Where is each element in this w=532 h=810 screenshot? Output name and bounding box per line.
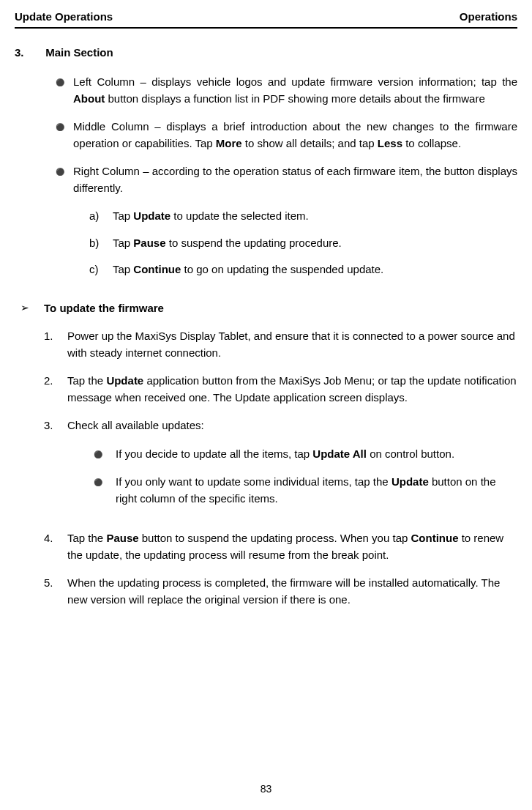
nested-content: If you decide to update all the items, t…	[116, 446, 517, 463]
text: If you only want to update some individu…	[116, 475, 391, 488]
bold-text: Update	[106, 374, 143, 387]
bullet-content: Left Column – displays vehicle logos and…	[73, 74, 517, 107]
step-item: 1. Power up the MaxiSys Display Tablet, …	[44, 328, 517, 361]
nested-bullet-item: ⚫ If you only want to update some indivi…	[94, 474, 517, 507]
step-content: Power up the MaxiSys Display Tablet, and…	[67, 328, 517, 361]
arrow-label: To update the firmware	[44, 300, 164, 317]
step-item: 2. Tap the Update application button fro…	[44, 373, 517, 406]
text: to update the selected item.	[171, 209, 308, 222]
page-header: Update Operations Operations	[15, 9, 517, 29]
text: Check all available updates:	[67, 419, 204, 431]
step-item: 5. When the updating process is complete…	[44, 575, 517, 608]
section-number: 3.	[15, 45, 42, 62]
bullet-content: Right Column – according to the operatio…	[73, 163, 517, 289]
sub-ordered-list: a) Tap Update to update the selected ite…	[89, 208, 517, 278]
bold-text: About	[73, 92, 105, 105]
step-number: 4.	[44, 530, 67, 563]
bold-text: Update All	[312, 447, 367, 460]
bold-text: Pause	[106, 532, 138, 544]
step-item: 3. Check all available updates: ⚫ If you…	[44, 417, 517, 519]
disc-bullet-icon: ⚫	[56, 74, 73, 107]
ordered-marker: a)	[89, 208, 113, 225]
sub-ordered-item: b) Tap Pause to suspend the updating pro…	[89, 235, 517, 252]
sub-ordered-item: a) Tap Update to update the selected ite…	[89, 208, 517, 225]
disc-bullet-icon: ⚫	[56, 119, 73, 152]
ordered-marker: c)	[89, 261, 113, 278]
step-content: When the updating process is completed, …	[67, 575, 517, 608]
bullet-item: ⚫ Middle Column – displays a brief intro…	[56, 119, 517, 152]
disc-bullet-icon: ⚫	[56, 163, 73, 289]
text: on control button.	[367, 447, 454, 460]
step-number: 2.	[44, 373, 67, 406]
sub-content: Tap Update to update the selected item.	[113, 208, 309, 225]
step-number: 1.	[44, 328, 67, 361]
nested-bullet-list: ⚫ If you decide to update all the items,…	[94, 446, 517, 508]
arrow-icon: ➢	[15, 300, 44, 317]
text: If you decide to update all the items, t…	[116, 447, 312, 460]
step-content: Tap the Update application button from t…	[67, 373, 517, 406]
step-content: Tap the Pause button to suspend the upda…	[67, 530, 517, 563]
text: to suspend the updating procedure.	[166, 237, 342, 249]
text: Tap the	[67, 532, 106, 544]
step-content: Check all available updates: ⚫ If you de…	[67, 417, 517, 519]
text: to show all details; and tap	[242, 137, 378, 149]
step-number: 3.	[44, 417, 67, 519]
bullet-content: Middle Column – displays a brief introdu…	[73, 119, 517, 152]
main-bullet-list: ⚫ Left Column – displays vehicle logos a…	[56, 74, 517, 289]
text: Left Column – displays vehicle logos and…	[73, 75, 517, 88]
text: Tap	[113, 209, 133, 222]
page-number: 83	[0, 781, 532, 797]
text: Right Column – according to the operatio…	[73, 165, 517, 194]
text: Tap	[113, 237, 133, 249]
sub-ordered-item: c) Tap Continue to go on updating the su…	[89, 261, 517, 278]
bold-text: Update	[133, 209, 171, 222]
section-title: Main Section	[45, 46, 113, 59]
bullet-item: ⚫ Right Column – according to the operat…	[56, 163, 517, 289]
arrow-heading: ➢ To update the firmware	[15, 300, 517, 317]
disc-bullet-icon: ⚫	[94, 474, 116, 507]
text: button to suspend the updating process. …	[139, 532, 411, 544]
nested-content: If you only want to update some individu…	[116, 474, 517, 507]
text: button displays a function list in PDF s…	[105, 92, 484, 105]
steps-list: 1. Power up the MaxiSys Display Tablet, …	[44, 328, 517, 608]
ordered-marker: b)	[89, 235, 113, 252]
bold-text: More	[216, 137, 242, 149]
disc-bullet-icon: ⚫	[94, 446, 116, 463]
section-heading: 3. Main Section	[15, 45, 517, 62]
text: Tap	[113, 263, 133, 275]
bold-text: Less	[378, 137, 402, 149]
step-number: 5.	[44, 575, 67, 608]
header-left: Update Operations	[15, 9, 113, 26]
bold-text: Update	[391, 475, 429, 488]
bold-text: Continue	[133, 263, 181, 275]
text: Tap the	[67, 374, 106, 387]
text: to collapse.	[402, 137, 461, 149]
nested-bullet-item: ⚫ If you decide to update all the items,…	[94, 446, 517, 463]
bullet-item: ⚫ Left Column – displays vehicle logos a…	[56, 74, 517, 107]
bold-text: Pause	[133, 237, 165, 249]
sub-content: Tap Pause to suspend the updating proced…	[113, 235, 342, 252]
step-item: 4. Tap the Pause button to suspend the u…	[44, 530, 517, 563]
sub-content: Tap Continue to go on updating the suspe…	[113, 261, 383, 278]
header-right: Operations	[460, 9, 517, 26]
text: to go on updating the suspended update.	[181, 263, 383, 275]
bold-text: Continue	[411, 532, 459, 544]
